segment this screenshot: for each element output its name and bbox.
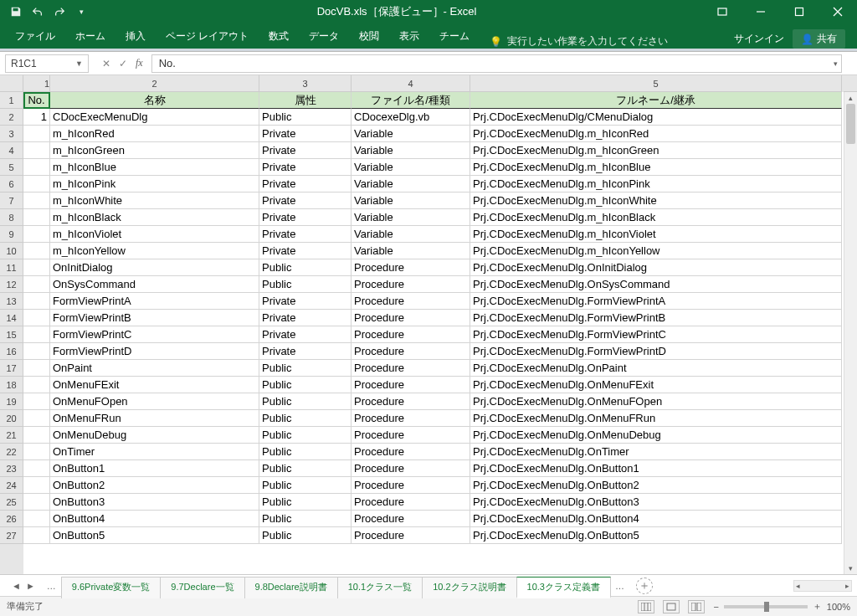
cell[interactable]: Variable [352, 159, 470, 176]
cell[interactable]: Procedure [352, 377, 470, 393]
cell[interactable] [23, 209, 50, 226]
cell[interactable] [23, 460, 50, 477]
cell[interactable]: Procedure [352, 511, 470, 527]
cell[interactable]: Private [259, 310, 352, 326]
cell[interactable]: Public [259, 494, 352, 511]
cell[interactable]: m_hIconBlue [50, 159, 259, 176]
ribbon-tab-5[interactable]: データ [299, 24, 349, 49]
cell[interactable]: OnMenuFRun [50, 410, 259, 427]
cell[interactable]: Private [259, 209, 352, 226]
save-button[interactable] [7, 3, 25, 21]
row-header[interactable]: 4 [0, 142, 23, 159]
cell[interactable] [23, 326, 50, 343]
ribbon-tab-6[interactable]: 校閲 [349, 24, 389, 49]
cell[interactable] [23, 410, 50, 427]
cell[interactable]: Prj.CDocExecMenuDlg.FormViewPrintB [470, 310, 842, 326]
cell[interactable]: Prj.CDocExecMenuDlg.m_hIconPink [470, 176, 842, 192]
sheet-tab[interactable]: 9.6Private変数一覧 [61, 577, 162, 598]
cell[interactable] [23, 276, 50, 293]
cell[interactable]: Public [259, 109, 352, 126]
cell[interactable]: Procedure [352, 494, 470, 511]
sign-in-link[interactable]: サインイン [734, 32, 784, 46]
qat-more-button[interactable]: ▾ [72, 3, 90, 21]
formula-bar[interactable]: No. ▾ [151, 54, 842, 73]
ribbon-tab-0[interactable]: ファイル [5, 24, 65, 49]
cell[interactable]: Prj.CDocExecMenuDlg.m_hIconBlack [470, 209, 842, 226]
col-header[interactable]: 1 [23, 75, 50, 92]
cell[interactable]: FormViewPrintA [50, 293, 259, 310]
cell[interactable]: Prj.CDocExecMenuDlg.OnButton5 [470, 527, 842, 544]
scroll-up-icon[interactable]: ▴ [844, 92, 857, 104]
cell[interactable]: m_hIconBlack [50, 209, 259, 226]
minimize-button[interactable] [742, 0, 780, 23]
cell[interactable]: Procedure [352, 410, 470, 427]
close-button[interactable] [819, 0, 857, 23]
cell[interactable] [23, 293, 50, 310]
cell[interactable]: Prj.CDocExecMenuDlg.OnMenuFRun [470, 410, 842, 427]
cell[interactable] [23, 159, 50, 176]
row-header[interactable]: 12 [0, 276, 23, 293]
select-all-corner[interactable] [0, 75, 23, 92]
row-header[interactable]: 18 [0, 377, 23, 393]
sheet-tab[interactable]: 9.7Declare一覧 [160, 577, 244, 598]
cell[interactable]: 1 [23, 109, 50, 126]
sheet-tab[interactable]: 9.8Declare説明書 [244, 577, 338, 598]
cell[interactable]: Public [259, 511, 352, 527]
ribbon-tab-8[interactable]: チーム [429, 24, 480, 49]
cell[interactable]: OnButton3 [50, 494, 259, 511]
cell[interactable]: FormViewPrintB [50, 310, 259, 326]
cell[interactable]: OnTimer [50, 444, 259, 460]
sheet-nav-next[interactable]: ► [26, 581, 35, 591]
row-header[interactable]: 14 [0, 310, 23, 326]
cell[interactable]: Procedure [352, 360, 470, 377]
ribbon-display-button[interactable] [703, 0, 742, 23]
cell[interactable]: Public [259, 276, 352, 293]
cell[interactable]: Prj.CDocExecMenuDlg.OnButton3 [470, 494, 842, 511]
cell[interactable]: m_hIconViolet [50, 226, 259, 243]
cell[interactable]: Procedure [352, 444, 470, 460]
cell[interactable]: FormViewPrintC [50, 326, 259, 343]
cell[interactable]: Private [259, 126, 352, 142]
col-header[interactable]: 4 [352, 75, 470, 92]
cell[interactable]: Prj.CDocExecMenuDlg.m_hIconBlue [470, 159, 842, 176]
row-header[interactable]: 22 [0, 444, 23, 460]
row-header[interactable]: 2 [0, 109, 23, 126]
cell[interactable]: フルネーム/継承 [470, 92, 842, 109]
cell[interactable]: 名称 [50, 92, 259, 109]
cell[interactable] [23, 192, 50, 209]
cell[interactable]: Procedure [352, 527, 470, 544]
sheet-tab[interactable]: 10.3クラス定義書 [516, 577, 611, 598]
cell[interactable]: OnButton1 [50, 460, 259, 477]
cell[interactable]: Prj.CDocExecMenuDlg.FormViewPrintD [470, 343, 842, 360]
cell[interactable]: Private [259, 293, 352, 310]
row-header[interactable]: 10 [0, 243, 23, 259]
cell[interactable]: Prj.CDocExecMenuDlg.FormViewPrintC [470, 326, 842, 343]
cell[interactable]: OnButton4 [50, 511, 259, 527]
cancel-formula-button[interactable]: ✕ [102, 58, 110, 69]
name-box[interactable]: R1C1 ▼ [5, 54, 89, 73]
cell[interactable]: Procedure [352, 477, 470, 494]
row-header[interactable]: 19 [0, 393, 23, 410]
cell[interactable]: OnButton5 [50, 527, 259, 544]
cell[interactable]: Variable [352, 209, 470, 226]
cell[interactable]: m_hIconPink [50, 176, 259, 192]
cell[interactable]: Public [259, 377, 352, 393]
cell[interactable]: Prj.CDocExecMenuDlg.OnButton1 [470, 460, 842, 477]
cell[interactable]: Procedure [352, 427, 470, 444]
cell[interactable]: Prj.CDocExecMenuDlg.m_hIconYellow [470, 243, 842, 259]
cell[interactable] [23, 243, 50, 259]
cell[interactable]: OnSysCommand [50, 276, 259, 293]
sheet-ellipsis-right[interactable]: … [610, 581, 629, 591]
row-header[interactable]: 20 [0, 410, 23, 427]
page-break-view-button[interactable] [688, 600, 705, 613]
row-header[interactable]: 6 [0, 176, 23, 192]
cell[interactable]: Public [259, 259, 352, 276]
scroll-thumb[interactable] [846, 104, 855, 144]
cell[interactable]: m_hIconGreen [50, 142, 259, 159]
cell[interactable]: Variable [352, 226, 470, 243]
row-header[interactable]: 11 [0, 259, 23, 276]
row-header[interactable]: 15 [0, 326, 23, 343]
cell[interactable]: Public [259, 393, 352, 410]
row-header[interactable]: 24 [0, 477, 23, 494]
cell[interactable]: Prj.CDocExecMenuDlg.OnMenuDebug [470, 427, 842, 444]
